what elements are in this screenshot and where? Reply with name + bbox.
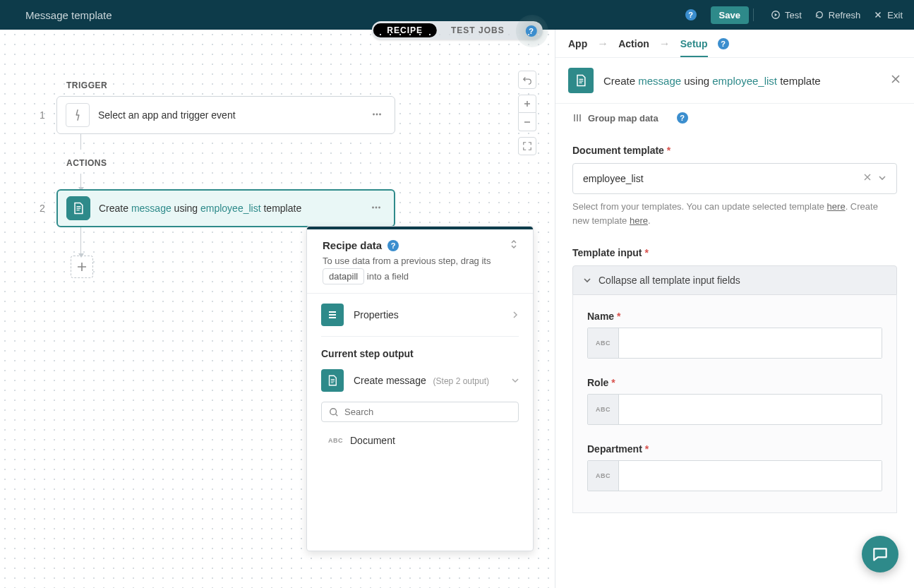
chevron-down-icon[interactable] [878, 173, 886, 184]
trigger-step-label: Select an app and trigger event [98, 109, 359, 121]
add-step-button[interactable] [71, 256, 93, 278]
recipe-data-desc: To use data from a previous step, drag i… [323, 254, 509, 284]
doc-template-value: employee_list [583, 173, 857, 184]
refresh-button[interactable]: Refresh [814, 10, 861, 20]
svg-point-3 [379, 113, 381, 115]
dept-textarea[interactable] [619, 461, 882, 491]
document-datapill[interactable]: ABC Document [307, 429, 533, 459]
close-icon [873, 10, 883, 20]
properties-row[interactable]: Properties [307, 294, 533, 336]
properties-label: Properties [354, 309, 502, 320]
type-abc-icon: ABC [588, 328, 619, 358]
create-message-label: Create message (Step 2 output) [354, 375, 502, 386]
connector-line [80, 227, 81, 256]
type-abc-icon: ABC [588, 395, 619, 424]
search-input[interactable] [344, 407, 511, 417]
breadcrumb: App → Action → Setup ? [555, 30, 914, 58]
svg-point-7 [330, 408, 337, 414]
arrow-icon: → [659, 37, 671, 50]
name-input[interactable]: ABC [587, 328, 882, 359]
type-abc-icon: ABC [328, 437, 343, 444]
svg-point-6 [378, 206, 380, 208]
document-icon [568, 68, 594, 93]
zoom-out-button[interactable] [518, 113, 536, 131]
chevron-right-icon [512, 309, 519, 320]
close-panel-button[interactable] [890, 73, 901, 88]
zoom-in-button[interactable] [518, 95, 536, 113]
update-template-link[interactable]: here [827, 201, 846, 212]
exit-button[interactable]: Exit [873, 10, 903, 20]
bc-setup[interactable]: Setup [680, 38, 708, 57]
properties-icon [321, 304, 344, 326]
trigger-icon [66, 103, 90, 127]
expand-icon [522, 141, 532, 151]
help-icon[interactable]: ? [681, 5, 701, 25]
recipe-data-panel: Recipe data ? To use data from a previou… [306, 226, 534, 551]
plus-icon [77, 262, 87, 272]
create-template-link[interactable]: here [630, 215, 648, 226]
connector-line [80, 134, 81, 150]
arrow-icon: → [597, 37, 608, 50]
action-step-card[interactable]: Create message using employee_list templ… [56, 189, 395, 227]
undo-button[interactable] [518, 71, 536, 89]
chevron-down-icon [583, 276, 591, 284]
columns-icon [572, 113, 582, 123]
save-button[interactable]: Save [711, 6, 749, 24]
config-panel: App → Action → Setup ? Create message us… [555, 30, 914, 588]
fit-view-button[interactable] [518, 137, 536, 155]
doc-template-select[interactable]: employee_list [572, 163, 897, 194]
svg-point-4 [372, 206, 374, 208]
search-icon [329, 407, 339, 417]
step-number: 1 [28, 109, 56, 121]
datapill-chip: datapill [323, 268, 364, 285]
chat-button[interactable] [862, 536, 898, 572]
action-step-label: Create message using employee_list templ… [99, 203, 359, 214]
svg-point-1 [373, 113, 375, 115]
recipe-data-title: Recipe data [323, 239, 382, 251]
document-icon [66, 196, 90, 220]
trigger-step-card[interactable]: Select an app and trigger event [56, 96, 395, 134]
chevron-down-icon [512, 375, 519, 386]
svg-point-5 [375, 206, 378, 208]
page-title: Message template [25, 9, 112, 21]
collapse-fields-button[interactable]: Collapse all template input fields [572, 265, 897, 295]
bc-action[interactable]: Action [618, 38, 649, 49]
step-more-icon[interactable] [368, 105, 386, 126]
step-more-icon[interactable] [367, 198, 385, 219]
plus-icon [523, 100, 531, 108]
play-circle-icon [771, 10, 781, 20]
undo-icon [522, 75, 532, 85]
template-input-label: Template input * [572, 247, 897, 258]
field-name-label: Name * [587, 311, 882, 322]
bc-app[interactable]: App [568, 38, 587, 49]
collapse-panel-icon[interactable] [509, 239, 519, 251]
group-map-label[interactable]: Group map data [588, 113, 659, 124]
create-message-row[interactable]: Create message (Step 2 output) [307, 365, 533, 396]
trigger-section-label: TRIGGER [66, 80, 527, 90]
document-icon [321, 369, 344, 392]
actions-section-label: ACTIONS [66, 158, 527, 168]
help-icon[interactable]: ? [718, 37, 729, 49]
help-icon[interactable]: ? [677, 112, 688, 124]
role-input[interactable]: ABC [587, 394, 882, 425]
current-step-label: Current step output [307, 337, 533, 365]
chat-icon [871, 545, 889, 563]
doc-template-help: Select from your templates. You can upda… [572, 200, 897, 227]
doc-template-label: Document template * [572, 145, 897, 156]
type-abc-icon: ABC [588, 461, 619, 491]
refresh-icon [814, 10, 824, 20]
search-input-wrap[interactable] [321, 402, 519, 422]
connector-line [80, 174, 81, 189]
step-number: 2 [28, 203, 56, 214]
clear-icon[interactable] [862, 172, 872, 185]
field-role-label: Role * [587, 377, 882, 388]
minus-icon [523, 118, 531, 126]
name-textarea[interactable] [619, 328, 882, 358]
test-button[interactable]: Test [771, 10, 802, 20]
svg-point-2 [376, 113, 378, 115]
role-textarea[interactable] [619, 395, 882, 424]
action-header-text: Create message using employee_list templ… [603, 75, 880, 87]
dept-input[interactable]: ABC [587, 460, 882, 491]
help-icon[interactable]: ? [387, 240, 399, 251]
field-dept-label: Department * [587, 443, 882, 455]
